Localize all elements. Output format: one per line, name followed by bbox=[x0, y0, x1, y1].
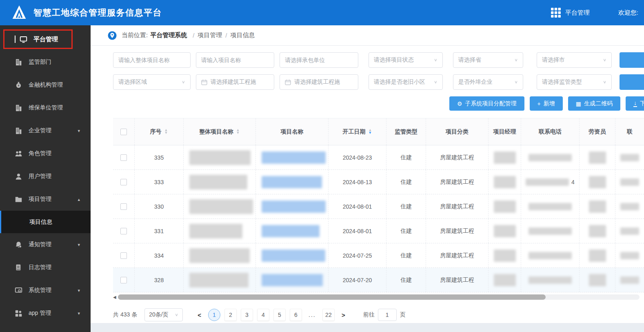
sidebar-item-3[interactable]: 维保单位管理 bbox=[0, 96, 91, 119]
outside-enterprise-select[interactable]: 是否外埠企业∨ bbox=[453, 74, 523, 90]
sidebar-item-6[interactable]: 用户管理 bbox=[0, 165, 91, 188]
scrollbar-thumb[interactable] bbox=[118, 294, 546, 300]
page-size-select[interactable]: 20条/页 ∨ bbox=[144, 308, 183, 321]
sidebar-item-2[interactable]: ¥金融机构管理 bbox=[0, 74, 91, 96]
sort-icon[interactable]: ▲▼ bbox=[368, 129, 372, 135]
app-title: 智慧工地综合管理服务信息平台 bbox=[33, 7, 162, 18]
table-row[interactable]: 3282024-07-20住建房屋建筑工程 bbox=[113, 268, 644, 292]
sidebar-item-0[interactable]: 平台管理 bbox=[0, 28, 91, 51]
seq-value: 330 bbox=[154, 203, 164, 210]
scroll-left-arrow-icon[interactable]: ◀ bbox=[113, 295, 118, 299]
contractor-select-text[interactable] bbox=[285, 57, 353, 63]
sidebar-item-5[interactable]: 角色管理 bbox=[0, 142, 91, 165]
breadcrumb-item-project-info[interactable]: 项目信息 bbox=[231, 31, 255, 39]
redacted-project-manager bbox=[494, 274, 516, 286]
redacted-project-name-link[interactable] bbox=[262, 250, 325, 262]
sidebar-item-7[interactable]: 项目管理▴ bbox=[0, 188, 91, 211]
seq-value: 328 bbox=[154, 277, 164, 283]
sidebar-item-12[interactable]: app 管理▾ bbox=[0, 302, 91, 325]
table-cell bbox=[113, 243, 135, 267]
table-cell: 住建 bbox=[386, 243, 426, 267]
start-date-value: 2024-07-25 bbox=[343, 252, 372, 259]
table-cell bbox=[521, 243, 580, 267]
row-checkbox[interactable] bbox=[120, 154, 127, 161]
table-row[interactable]: 3352024-08-23住建房屋建筑工程 bbox=[113, 145, 644, 170]
page-button-22[interactable]: 22 bbox=[322, 309, 335, 321]
sidebar-item-9[interactable]: 通知管理▾ bbox=[0, 233, 91, 256]
page-button-4[interactable]: 4 bbox=[257, 309, 269, 321]
select-all-checkbox[interactable] bbox=[120, 129, 127, 135]
redacted-cell bbox=[620, 227, 639, 235]
old-community-select[interactable]: 请选择是否老旧小区∨ bbox=[369, 74, 443, 90]
table-row[interactable]: 3302024-08-01住建房屋建筑工程 bbox=[113, 194, 644, 219]
page-button-5[interactable]: 5 bbox=[273, 309, 286, 321]
redacted-project-name-link[interactable] bbox=[262, 274, 323, 286]
table-row[interactable]: 3312024-08-01住建房屋建筑工程 bbox=[113, 219, 644, 243]
next-page-button[interactable]: > bbox=[337, 312, 350, 319]
row-checkbox[interactable] bbox=[120, 252, 127, 259]
project-name-input-text[interactable] bbox=[201, 57, 269, 63]
add-button[interactable]: +新增 bbox=[530, 96, 563, 111]
date-start-picker[interactable]: 请选择建筑工程施 bbox=[196, 74, 275, 90]
table-row[interactable]: 3332024-08-13住建房屋建筑工程4 bbox=[113, 170, 644, 194]
redacted-project-name-link[interactable] bbox=[262, 176, 322, 188]
start-date-value: 2024-08-01 bbox=[343, 228, 372, 234]
overall-project-name-input[interactable] bbox=[113, 52, 191, 68]
table-cell bbox=[489, 219, 521, 243]
table-row[interactable]: 3342024-07-25住建房屋建筑工程 bbox=[113, 243, 644, 268]
project-name-input[interactable] bbox=[196, 52, 275, 68]
table-cell bbox=[113, 145, 135, 169]
row-checkbox[interactable] bbox=[120, 203, 127, 210]
breadcrumb-item-project-management[interactable]: 项目管理 bbox=[198, 31, 222, 39]
scrollbar-track[interactable] bbox=[118, 294, 640, 300]
goto-page-input[interactable] bbox=[378, 309, 397, 321]
column-header-date[interactable]: 开工日期▲▼ bbox=[329, 118, 386, 145]
app-logo-icon bbox=[11, 4, 28, 21]
generate-qrcode-button[interactable]: ▦生成二维码 bbox=[568, 96, 620, 111]
sidebar-item-10[interactable]: 日志管理 bbox=[0, 256, 91, 279]
supervision-type-select[interactable]: 请选择监管类型∨ bbox=[537, 74, 612, 90]
sidebar-item-11[interactable]: 系统管理▾ bbox=[0, 279, 91, 302]
download-icon: ↓ bbox=[633, 100, 637, 107]
apps-grid-icon[interactable] bbox=[551, 7, 561, 18]
sidebar-subitem-project-info[interactable]: 项目信息 bbox=[0, 211, 91, 233]
table-cell bbox=[615, 145, 644, 169]
row-checkbox[interactable] bbox=[120, 179, 127, 185]
city-select[interactable]: 请选择市∨ bbox=[537, 52, 612, 68]
column-header-overall[interactable]: 整体项目名称▲▼ bbox=[184, 118, 256, 145]
page-button-2[interactable]: 2 bbox=[224, 309, 237, 321]
province-select[interactable]: 请选择省∨ bbox=[453, 52, 523, 68]
redacted-project-name-link[interactable] bbox=[262, 201, 326, 213]
row-checkbox[interactable] bbox=[120, 228, 127, 234]
project-category-value: 房屋建筑工程 bbox=[440, 252, 474, 259]
table-cell bbox=[615, 219, 644, 243]
building-icon bbox=[15, 104, 22, 112]
prev-page-button[interactable]: < bbox=[193, 312, 206, 319]
contractor-select[interactable] bbox=[280, 52, 358, 68]
breadcrumb-root[interactable]: 平台管理系统 bbox=[150, 31, 187, 39]
redacted-cell bbox=[620, 178, 639, 186]
subsystem-assign-button[interactable]: ⚙子系统项目分配管理 bbox=[449, 96, 524, 111]
page-button-1[interactable]: 1 bbox=[208, 309, 220, 321]
sort-icon[interactable]: ▲▼ bbox=[164, 129, 168, 135]
sidebar-item-1[interactable]: 监管部门 bbox=[0, 51, 91, 74]
redacted-project-name-link[interactable] bbox=[262, 225, 320, 237]
page-button-3[interactable]: 3 bbox=[241, 309, 253, 321]
column-header-seq[interactable]: 序号▲▼ bbox=[135, 118, 184, 145]
overall-project-name-input-text[interactable] bbox=[118, 57, 185, 63]
region-select[interactable]: 请选择区域∨ bbox=[113, 74, 191, 90]
chevron-down-icon: ▾ bbox=[78, 242, 80, 247]
table-cell bbox=[184, 145, 256, 169]
search-button[interactable] bbox=[620, 74, 644, 90]
search-button[interactable] bbox=[620, 52, 644, 68]
project-status-select[interactable]: 请选择项目状态∨ bbox=[369, 52, 443, 68]
redacted-project-name-link[interactable] bbox=[262, 152, 326, 164]
header-nav-platform-management[interactable]: 平台管理 bbox=[565, 9, 590, 17]
sort-icon[interactable]: ▲▼ bbox=[236, 129, 240, 135]
page-button-6[interactable]: 6 bbox=[290, 309, 302, 321]
date-end-picker[interactable]: 请选择建筑工程施 bbox=[280, 74, 358, 90]
sidebar-item-4[interactable]: 企业管理▾ bbox=[0, 119, 91, 142]
row-checkbox[interactable] bbox=[120, 277, 127, 283]
table-cell bbox=[256, 170, 329, 194]
download-button[interactable]: ↓下载 bbox=[626, 96, 644, 111]
